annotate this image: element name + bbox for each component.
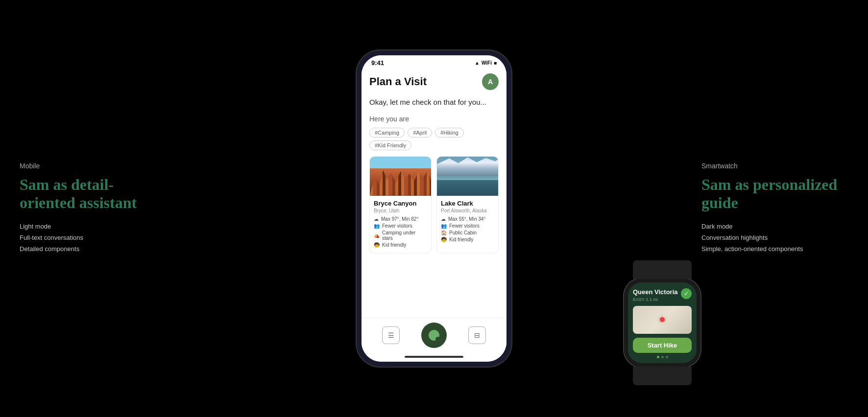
tag-hiking[interactable]: #Hiking bbox=[435, 128, 464, 138]
home-icon bbox=[429, 330, 439, 341]
smartwatch-feature-3: Simple, action-oriented components bbox=[701, 243, 848, 255]
mobile-feature-3: Detailed components bbox=[20, 243, 167, 255]
temp-icon-2: ☁ bbox=[441, 216, 446, 222]
menu-nav-button[interactable]: ☰ bbox=[382, 326, 400, 344]
watch-screen: Queen Victoria EASY 2.1 mi ✓ Start Hike bbox=[628, 282, 697, 363]
watch-location-dot bbox=[660, 317, 665, 322]
app-title: Plan a Visit bbox=[369, 75, 427, 88]
mobile-feature-2: Full-text conversations bbox=[20, 232, 167, 243]
status-bar: 9:41 ▲ WiFi ■ bbox=[362, 55, 506, 69]
menu-icon: ☰ bbox=[388, 331, 394, 339]
watch-map bbox=[633, 306, 692, 334]
tag-camping[interactable]: #Camping bbox=[369, 128, 405, 138]
bryce-temp-label: Max 97°, Min 82° bbox=[381, 216, 418, 222]
bryce-visitors: 👥 Fewer visitors bbox=[374, 223, 427, 229]
bryce-camping-label: Camping under stars bbox=[382, 230, 427, 241]
app-header: Plan a Visit A bbox=[369, 69, 499, 97]
cabin-icon: 🏠 bbox=[441, 230, 447, 235]
lake-clark-card[interactable]: Lake Clark Port Alsworth, Alaska ☁ Max 5… bbox=[436, 156, 499, 254]
lake-visitors-label: Fewer visitors bbox=[449, 223, 480, 229]
here-you-are-label: Here you are bbox=[369, 115, 499, 123]
camping-icon: ⛺ bbox=[374, 232, 380, 238]
watch-check-icon: ✓ bbox=[681, 288, 692, 299]
phone-device: 9:41 ▲ WiFi ■ Plan a Visit A Okay, let m… bbox=[356, 49, 512, 368]
lake-kid: 🧒 Kid friendly bbox=[441, 237, 494, 242]
watch-dot-2 bbox=[661, 356, 664, 358]
right-panel: Smartwatch Sam as personalized guide Dar… bbox=[701, 162, 848, 255]
left-panel: Mobile Sam as detail-oriented assistant … bbox=[20, 162, 167, 255]
lake-clark-image bbox=[437, 157, 498, 196]
bryce-canyon-card[interactable]: Bryce Canyon Bryce, Utah ☁ Max 97°, Min … bbox=[369, 156, 432, 254]
lake-temp-label: Max 55°, Min 34° bbox=[448, 216, 485, 222]
bryce-kid: 🧒 Kid friendly bbox=[374, 242, 427, 248]
watch-frame: Queen Victoria EASY 2.1 mi ✓ Start Hike bbox=[623, 278, 701, 368]
tag-kid-friendly[interactable]: #Kid Friendly bbox=[369, 140, 411, 150]
card-icon: ⊟ bbox=[474, 331, 480, 339]
kid-icon-2: 🧒 bbox=[441, 237, 447, 242]
user-avatar[interactable]: A bbox=[482, 73, 499, 90]
lake-kid-label: Kid friendly bbox=[449, 237, 473, 242]
bryce-visitors-label: Fewer visitors bbox=[382, 223, 412, 229]
watch-pagination-dots bbox=[633, 356, 692, 358]
assistant-message: Okay, let me check on that for you... bbox=[369, 97, 499, 108]
bryce-temp: ☁ Max 97°, Min 82° bbox=[374, 216, 427, 222]
visitors-icon-2: 👥 bbox=[441, 223, 447, 229]
bryce-canyon-image bbox=[370, 157, 431, 196]
signal-icon: ▲ bbox=[475, 60, 480, 66]
battery-icon: ■ bbox=[494, 60, 497, 66]
bryce-kid-label: Kid friendly bbox=[382, 242, 406, 248]
smartwatch-section-label: Smartwatch bbox=[701, 162, 848, 170]
mobile-headline: Sam as detail-oriented assistant bbox=[20, 176, 167, 212]
kid-icon: 🧒 bbox=[374, 242, 380, 248]
smartwatch-headline: Sam as personalized guide bbox=[701, 176, 848, 212]
visitors-icon: 👥 bbox=[374, 223, 380, 229]
home-bar bbox=[405, 356, 463, 358]
status-icons: ▲ WiFi ■ bbox=[475, 60, 497, 66]
watch-dot-1 bbox=[657, 356, 659, 358]
card-nav-button[interactable]: ⊟ bbox=[468, 326, 486, 344]
mobile-section-label: Mobile bbox=[20, 162, 167, 170]
watch-header: Queen Victoria EASY 2.1 mi ✓ bbox=[633, 288, 692, 302]
bryce-canyon-card-body: Bryce Canyon Bryce, Utah ☁ Max 97°, Min … bbox=[370, 196, 431, 253]
watch-trail-difficulty: EASY 2.1 mi bbox=[633, 297, 678, 302]
park-cards-row: Bryce Canyon Bryce, Utah ☁ Max 97°, Min … bbox=[369, 156, 499, 254]
smartwatch-feature-1: Dark mode bbox=[701, 221, 848, 232]
lake-temp: ☁ Max 55°, Min 34° bbox=[441, 216, 494, 222]
watch-trail-name: Queen Victoria bbox=[633, 288, 678, 296]
watch-dot-3 bbox=[666, 356, 668, 358]
temp-icon: ☁ bbox=[374, 216, 379, 222]
lake-clark-location: Port Alsworth, Alaska bbox=[441, 208, 494, 213]
home-indicator bbox=[362, 352, 506, 362]
phone-screen: 9:41 ▲ WiFi ■ Plan a Visit A Okay, let m… bbox=[362, 55, 506, 362]
tag-april[interactable]: #April bbox=[408, 128, 432, 138]
status-time: 9:41 bbox=[371, 59, 384, 67]
wifi-icon: WiFi bbox=[482, 60, 492, 66]
start-hike-button[interactable]: Start Hike bbox=[633, 338, 692, 353]
bryce-canyon-name: Bryce Canyon bbox=[374, 200, 427, 207]
bryce-camping: ⛺ Camping under stars bbox=[374, 230, 427, 241]
watch-trail-info: Queen Victoria EASY 2.1 mi bbox=[633, 288, 678, 302]
mobile-feature-1: Light mode bbox=[20, 221, 167, 232]
lake-visitors: 👥 Fewer visitors bbox=[441, 223, 494, 229]
bryce-canyon-location: Bryce, Utah bbox=[374, 208, 427, 213]
lake-clark-card-body: Lake Clark Port Alsworth, Alaska ☁ Max 5… bbox=[437, 196, 498, 248]
lake-clark-name: Lake Clark bbox=[441, 200, 494, 207]
smartwatch-feature-2: Conversation highlights bbox=[701, 232, 848, 243]
smartwatch-device: Queen Victoria EASY 2.1 mi ✓ Start Hike bbox=[623, 278, 701, 368]
bottom-nav: ☰ ⊟ bbox=[362, 318, 506, 352]
tags-row: #Camping #April #Hiking #Kid Friendly bbox=[369, 128, 499, 150]
lake-cabin: 🏠 Public Cabin bbox=[441, 230, 494, 235]
scene: Mobile Sam as detail-oriented assistant … bbox=[0, 0, 868, 417]
phone-frame: 9:41 ▲ WiFi ■ Plan a Visit A Okay, let m… bbox=[356, 49, 512, 368]
home-nav-button[interactable] bbox=[421, 323, 447, 348]
lake-cabin-label: Public Cabin bbox=[449, 230, 477, 235]
app-content[interactable]: Plan a Visit A Okay, let me check on tha… bbox=[362, 69, 506, 318]
